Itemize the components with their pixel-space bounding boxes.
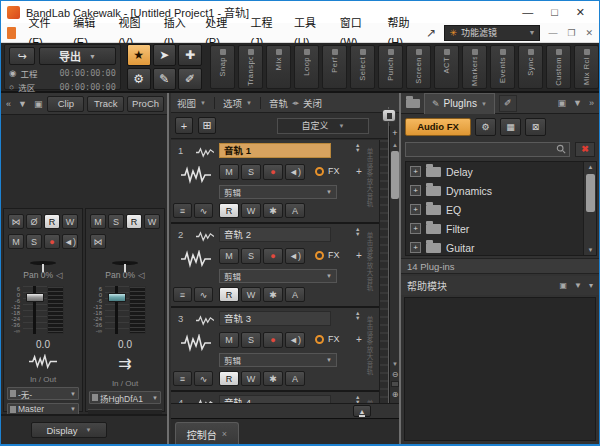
write-automation-button[interactable]: W bbox=[241, 371, 261, 386]
fx-power-icon[interactable] bbox=[315, 167, 324, 176]
close-button[interactable]: ✕ bbox=[576, 6, 585, 19]
clear-search-button[interactable]: ✖ bbox=[575, 142, 595, 157]
collapse-icon[interactable]: « bbox=[4, 99, 13, 109]
offset-mode-button[interactable]: ✱ bbox=[263, 371, 283, 386]
input-echo-button[interactable]: ◄) bbox=[285, 248, 305, 264]
record-arm-button[interactable]: ● bbox=[44, 234, 60, 249]
view-menu[interactable]: 视图 bbox=[177, 96, 196, 110]
automation-mini-icon[interactable]: ∿ bbox=[194, 371, 213, 386]
read-automation-button[interactable]: R bbox=[219, 203, 239, 218]
move-tool-button[interactable]: ✚ bbox=[178, 44, 202, 66]
volume-fader[interactable]: 60 -6-12 -18-24 -36-∞ bbox=[6, 286, 80, 334]
module-act[interactable]: ACT bbox=[434, 45, 459, 89]
select-tool-button[interactable]: ➤ bbox=[153, 44, 177, 66]
module-select[interactable]: Select bbox=[350, 45, 375, 89]
instrument-rack-icon-button[interactable]: ▦ bbox=[500, 118, 521, 136]
module-markers[interactable]: Markers bbox=[462, 45, 487, 89]
fader-thumb[interactable] bbox=[26, 293, 44, 302]
media-tab-icon[interactable] bbox=[406, 99, 420, 108]
write-automation-button[interactable]: W bbox=[241, 203, 261, 218]
mdi-close-button[interactable]: ✕ bbox=[585, 28, 593, 38]
chevron-down-icon[interactable]: ▼ bbox=[16, 99, 29, 109]
archive-button[interactable]: A bbox=[285, 203, 305, 218]
search-input[interactable] bbox=[409, 144, 556, 154]
zoom-slider[interactable] bbox=[391, 381, 399, 387]
track-resize-strip[interactable]: 单击竖条放大音轨 bbox=[364, 148, 374, 218]
module-custom[interactable]: Custom bbox=[546, 45, 571, 89]
track-row-1[interactable]: 1 音轨 1 ▲▼ M S ● ◄) FX + 剪辑▼ ≡ ∿ R W ✱ A … bbox=[171, 140, 379, 224]
read-automation-button[interactable]: R bbox=[44, 214, 60, 229]
scroll-down-icon[interactable]: ▼ bbox=[584, 247, 597, 253]
write-automation-button[interactable]: W bbox=[62, 214, 78, 229]
expand-plus-icon[interactable]: + bbox=[410, 242, 421, 253]
close-icon[interactable]: × bbox=[222, 429, 227, 439]
module-snap[interactable]: Snap bbox=[210, 45, 235, 89]
edit-tool-button[interactable]: ⚙ bbox=[127, 68, 151, 90]
profx-icon-button[interactable]: ⚙ bbox=[475, 118, 496, 136]
phase-button[interactable]: Ø bbox=[26, 214, 42, 229]
tab-clip[interactable]: Clip bbox=[47, 96, 84, 112]
pan-knob[interactable] bbox=[30, 261, 56, 265]
record-arm-button[interactable]: ● bbox=[263, 164, 283, 180]
export-selection-radio-row[interactable]: ○ 选区 00:00:00:00 bbox=[9, 81, 116, 93]
float-icon[interactable]: ▣ bbox=[560, 281, 568, 290]
input-echo-button[interactable]: ◄) bbox=[285, 332, 305, 348]
solo-button[interactable]: S bbox=[108, 214, 124, 229]
tree-folder-filter[interactable]: + Filter bbox=[406, 219, 596, 238]
expand-collapse-icon[interactable]: ▲▼ bbox=[355, 227, 360, 237]
erase-tool-button[interactable]: ✐ bbox=[178, 68, 202, 90]
export-button[interactable]: 导出 ▼ bbox=[39, 47, 116, 65]
module-punch[interactable]: Punch bbox=[378, 45, 403, 89]
midi-fx-icon-button[interactable]: ⊠ bbox=[525, 118, 546, 136]
audio-fx-button[interactable]: Audio FX bbox=[405, 118, 471, 136]
tab-console[interactable]: 控制台 × bbox=[175, 422, 239, 445]
track-row-3[interactable]: 3 音轨 3 ▲▼ M S ● ◄) FX + 剪辑▼ ≡ ∿ R W ✱ A … bbox=[171, 308, 379, 392]
minimize-button[interactable]: — bbox=[522, 6, 533, 19]
tab-track[interactable]: Track bbox=[87, 96, 124, 112]
expand-collapse-icon[interactable]: ▲▼ bbox=[355, 143, 360, 153]
fx-power-icon[interactable] bbox=[315, 335, 324, 344]
tree-folder-delay[interactable]: + Delay bbox=[406, 162, 596, 181]
track-name-field[interactable]: 音轨 4 bbox=[219, 395, 331, 403]
track-row-2[interactable]: 2 音轨 2 ▲▼ M S ● ◄) FX + 剪辑▼ ≡ ∿ R W ✱ A … bbox=[171, 224, 379, 308]
scrollbar-thumb[interactable] bbox=[391, 151, 399, 199]
fx-bin[interactable]: FX bbox=[315, 334, 340, 344]
module-transport[interactable]: Transport bbox=[238, 45, 263, 89]
record-arm-button[interactable]: ● bbox=[263, 332, 283, 348]
vertical-scrollbar[interactable]: + ▲ ▼ ⊖ ⊕ bbox=[389, 126, 399, 403]
export-project-radio-row[interactable]: ◉ 工程 00:00:00:00 bbox=[9, 67, 116, 79]
tree-scrollbar[interactable]: ▲ ▼ bbox=[583, 162, 596, 255]
input-echo-button[interactable]: ◄) bbox=[285, 164, 305, 180]
options-menu[interactable]: 选项 bbox=[223, 96, 242, 110]
expand-collapse-icon[interactable]: ▲▼ bbox=[355, 311, 360, 321]
track-name-field[interactable]: 音轨 3 bbox=[219, 311, 331, 326]
module-screen[interactable]: Screen bbox=[406, 45, 431, 89]
tab-plugins[interactable]: ✎ PlugIns ▼ bbox=[424, 93, 495, 114]
expand-plus-icon[interactable]: + bbox=[410, 204, 421, 215]
output-dropdown[interactable]: 扬HghDfA1 ▼ bbox=[89, 391, 161, 404]
module-events[interactable]: Events bbox=[490, 45, 515, 89]
fx-power-icon[interactable] bbox=[315, 251, 324, 260]
write-automation-button[interactable]: W bbox=[241, 287, 261, 302]
track-name-field[interactable]: 音轨 1 bbox=[219, 143, 331, 158]
expand-plus-icon[interactable]: + bbox=[410, 185, 421, 196]
chevron-down-icon[interactable]: ▼ bbox=[573, 98, 582, 108]
splitter-handle[interactable] bbox=[382, 109, 396, 122]
module-sync[interactable]: Sync bbox=[518, 45, 543, 89]
maximize-button[interactable]: □ bbox=[551, 6, 558, 19]
arrows-icon[interactable]: ◂▸ bbox=[292, 99, 299, 107]
search-box[interactable] bbox=[405, 142, 570, 157]
float-icon[interactable]: ▣ bbox=[558, 98, 567, 108]
input-dropdown[interactable]: -无- ▼ bbox=[7, 387, 79, 400]
scrollbar-thumb[interactable] bbox=[586, 174, 595, 212]
tree-folder-dynamics[interactable]: + Dynamics bbox=[406, 181, 596, 200]
offset-mode-button[interactable]: ✱ bbox=[263, 203, 283, 218]
display-dropdown[interactable]: Display ▼ bbox=[31, 422, 107, 438]
offset-mode-button[interactable]: ✱ bbox=[263, 287, 283, 302]
tree-folder-guitar[interactable]: + Guitar bbox=[406, 238, 596, 256]
record-arm-button[interactable]: ● bbox=[263, 248, 283, 264]
automation-mini-icon[interactable]: ∿ bbox=[194, 287, 213, 302]
archive-button[interactable]: A bbox=[285, 371, 305, 386]
track-manager-button[interactable]: ⊞ bbox=[198, 117, 216, 134]
solo-button[interactable]: S bbox=[241, 332, 261, 348]
